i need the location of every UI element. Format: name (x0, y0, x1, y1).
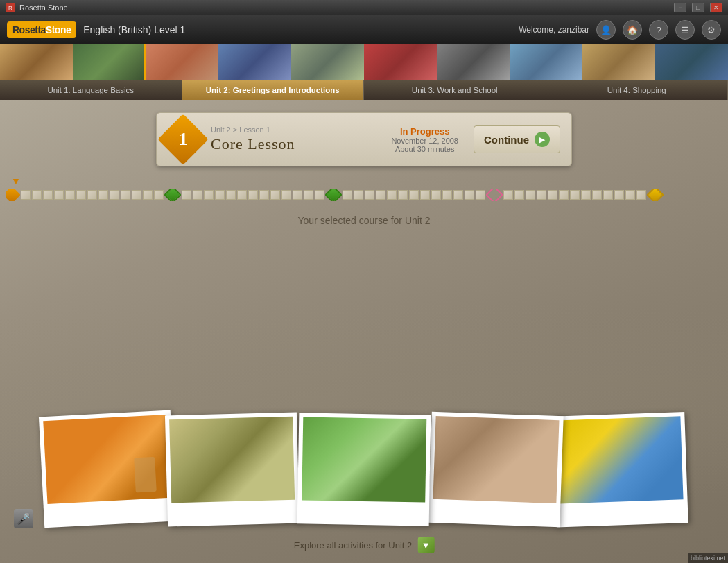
progress-step[interactable] (592, 190, 602, 200)
progress-step[interactable] (32, 190, 42, 200)
progress-step[interactable] (476, 190, 485, 200)
lesson-breadcrumb: Unit 2 > Lesson 1 (211, 125, 381, 134)
strip-image-8[interactable] (510, 44, 582, 80)
selected-course-text: Your selected course for Unit 2 (0, 215, 728, 226)
maximize-button[interactable]: □ (692, 3, 704, 12)
strip-image-3[interactable] (146, 44, 218, 80)
progress-step[interactable] (21, 190, 31, 200)
lesson-number-diamond: 1 (157, 114, 209, 165)
progress-step[interactable] (65, 190, 75, 200)
help-icon[interactable]: ? (649, 20, 668, 40)
progress-step[interactable] (420, 190, 430, 200)
progress-step[interactable] (121, 190, 130, 200)
progress-step[interactable] (354, 190, 363, 200)
progress-step[interactable] (87, 190, 97, 200)
progress-step[interactable] (343, 190, 352, 200)
progress-step[interactable] (398, 190, 408, 200)
strip-image-9[interactable] (582, 44, 655, 80)
photo-card-5[interactable] (553, 412, 688, 528)
progress-step[interactable] (43, 190, 53, 200)
progress-step[interactable] (514, 190, 524, 200)
progress-milestone-4[interactable] (485, 189, 503, 201)
photo-image-5 (557, 416, 683, 503)
progress-step[interactable] (154, 190, 164, 200)
strip-image-2[interactable] (73, 44, 146, 80)
progress-step[interactable] (270, 190, 280, 200)
progress-step[interactable] (465, 190, 474, 200)
progress-step[interactable] (537, 190, 546, 200)
progress-step[interactable] (503, 190, 513, 200)
minimize-button[interactable]: − (674, 3, 686, 12)
strip-image-1[interactable] (0, 44, 73, 80)
strip-image-7[interactable] (437, 44, 510, 80)
progress-step[interactable] (636, 190, 646, 200)
progress-milestone-2[interactable] (164, 189, 181, 201)
progress-step[interactable] (365, 190, 374, 200)
progress-step[interactable] (581, 190, 591, 200)
progress-milestone-1[interactable] (6, 189, 21, 201)
photo-card-2[interactable] (165, 413, 300, 527)
progress-step[interactable] (304, 190, 313, 200)
progress-step[interactable] (431, 190, 441, 200)
progress-step[interactable] (387, 190, 397, 200)
progress-step[interactable] (226, 190, 236, 200)
progress-step[interactable] (548, 190, 557, 200)
progress-step[interactable] (570, 190, 580, 200)
menu-icon[interactable]: ☰ (675, 20, 695, 40)
user-icon[interactable]: 👤 (596, 20, 616, 40)
down-arrow-icon[interactable]: ▼ (11, 176, 25, 186)
lesson-card: 1 Unit 2 > Lesson 1 Core Lesson In Progr… (156, 112, 572, 166)
lesson-duration: About 30 minutes (391, 145, 458, 153)
progress-step[interactable] (315, 190, 324, 200)
progress-step[interactable] (132, 190, 141, 200)
strip-image-5[interactable] (291, 44, 364, 80)
progress-step[interactable] (259, 190, 269, 200)
progress-step[interactable] (376, 190, 385, 200)
progress-step[interactable] (526, 190, 535, 200)
progress-step[interactable] (281, 190, 291, 200)
lesson-info: Unit 2 > Lesson 1 Core Lesson (211, 125, 381, 153)
home-icon[interactable]: 🏠 (623, 20, 642, 40)
photo-image-2 (169, 417, 295, 503)
progress-step[interactable] (453, 190, 463, 200)
strip-image-10[interactable] (655, 44, 728, 80)
photo-card-1[interactable] (39, 410, 176, 528)
progress-step[interactable] (237, 190, 247, 200)
unit-tab-2[interactable]: Unit 2: Greetings and Introductions (182, 80, 365, 100)
explore-area: Explore all activities for Unit 2 ▼ (294, 537, 435, 553)
unit-tab-1[interactable]: Unit 1: Language Basics (0, 80, 182, 100)
progress-step[interactable] (293, 190, 302, 200)
progress-step[interactable] (409, 190, 419, 200)
settings-icon[interactable]: ⚙ (702, 20, 721, 40)
progress-step[interactable] (625, 190, 635, 200)
strip-image-6[interactable] (364, 44, 437, 80)
strip-image-4[interactable] (218, 44, 291, 80)
progress-milestone-3[interactable] (324, 189, 342, 201)
lesson-number: 1 (179, 129, 188, 150)
progress-track-area: ▼ (6, 176, 722, 201)
progress-milestone-end[interactable] (646, 189, 664, 201)
progress-step[interactable] (76, 190, 86, 200)
close-button[interactable]: ✕ (710, 3, 722, 12)
play-icon: ▶ (535, 132, 550, 147)
photo-card-4[interactable] (428, 412, 563, 528)
explore-button[interactable]: ▼ (417, 537, 434, 553)
unit-tab-3[interactable]: Unit 3: Work and School (364, 80, 546, 100)
progress-step[interactable] (204, 190, 214, 200)
progress-step[interactable] (215, 190, 225, 200)
progress-step[interactable] (110, 190, 119, 200)
progress-step[interactable] (248, 190, 258, 200)
progress-step[interactable] (603, 190, 613, 200)
progress-step[interactable] (442, 190, 452, 200)
progress-step[interactable] (54, 190, 64, 200)
progress-step[interactable] (559, 190, 569, 200)
progress-step[interactable] (143, 190, 153, 200)
photo-card-3[interactable] (297, 413, 431, 526)
progress-step[interactable] (98, 190, 108, 200)
unit-tab-4[interactable]: Unit 4: Shopping (546, 80, 729, 100)
microphone-icon[interactable]: 🎤 (14, 509, 33, 528)
progress-step[interactable] (614, 190, 624, 200)
continue-button[interactable]: Continue ▶ (474, 125, 560, 153)
progress-step[interactable] (182, 190, 191, 200)
progress-step[interactable] (193, 190, 202, 200)
